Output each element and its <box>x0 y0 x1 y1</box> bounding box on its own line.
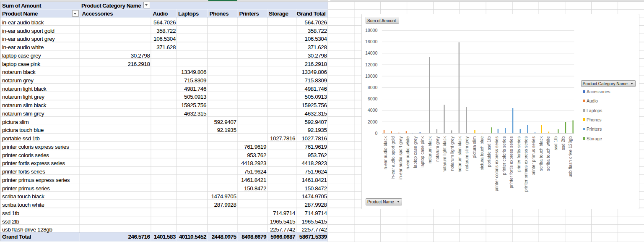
svg-text:0: 0 <box>375 131 377 136</box>
svg-text:notarum slim grey: notarum slim grey <box>465 136 469 171</box>
svg-text:notarum slim black: notarum slim black <box>457 136 462 172</box>
svg-text:printer coloris express series: printer coloris express series <box>494 136 499 191</box>
svg-text:printer primus series: printer primus series <box>531 136 536 175</box>
svg-text:notarum black: notarum black <box>428 136 432 163</box>
svg-text:in-ear audio white: in-ear audio white <box>405 136 410 171</box>
svg-text:printer primus express series: printer primus express series <box>524 136 528 192</box>
svg-text:scriba touch white: scriba touch white <box>546 136 551 171</box>
svg-text:8000: 8000 <box>368 85 378 90</box>
svg-text:pictura touch blue: pictura touch blue <box>480 136 484 171</box>
svg-text:printer coloris series: printer coloris series <box>502 136 506 175</box>
svg-text:laptop case pink: laptop case pink <box>420 136 425 167</box>
svg-text:6000: 6000 <box>368 96 378 101</box>
svg-text:14000: 14000 <box>365 50 377 55</box>
svg-text:in-ear audio sport grey: in-ear audio sport grey <box>398 136 403 179</box>
svg-text:scriba touch black: scriba touch black <box>539 136 543 171</box>
svg-text:ssd 1tb: ssd 1tb <box>553 136 558 150</box>
svg-text:in-ear audio sport gold: in-ear audio sport gold <box>391 136 395 179</box>
svg-text:portable ssd 1tb: portable ssd 1tb <box>487 136 491 167</box>
svg-text:12000: 12000 <box>365 62 377 67</box>
svg-text:notarum light grey: notarum light grey <box>450 136 454 171</box>
svg-text:16000: 16000 <box>365 39 377 44</box>
svg-text:notarum light black: notarum light black <box>442 136 447 172</box>
svg-text:pictura slim: pictura slim <box>472 136 477 158</box>
svg-text:usb flash drive 128gb: usb flash drive 128gb <box>568 136 573 177</box>
svg-text:10000: 10000 <box>365 74 377 79</box>
svg-text:ssd 2tb: ssd 2tb <box>561 136 566 150</box>
svg-text:laptop case grey: laptop case grey <box>413 136 418 168</box>
svg-text:2000: 2000 <box>368 119 378 124</box>
svg-text:4000: 4000 <box>368 108 378 113</box>
svg-text:in-ear audio black: in-ear audio black <box>383 136 388 170</box>
svg-text:notarum grey: notarum grey <box>435 136 440 162</box>
svg-text:18000: 18000 <box>365 28 377 33</box>
svg-text:printer fortis express series: printer fortis express series <box>509 136 514 188</box>
svg-text:printer fortis series: printer fortis series <box>517 136 521 172</box>
